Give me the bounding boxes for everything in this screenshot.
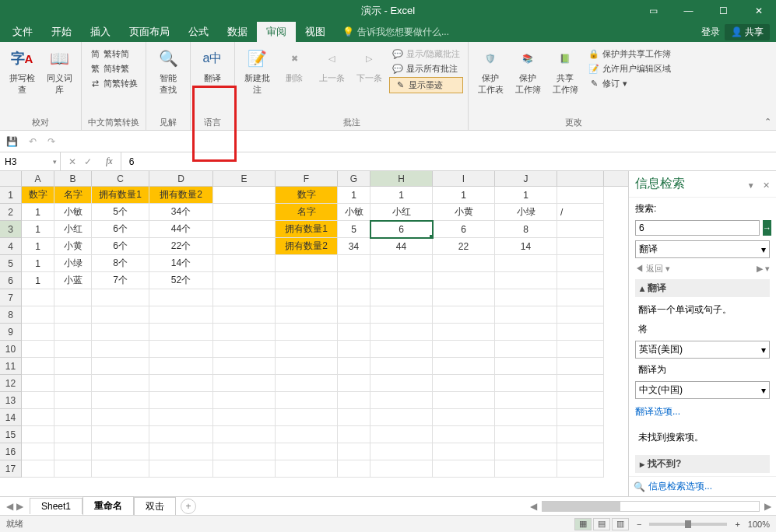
cell-I9[interactable] bbox=[433, 324, 495, 341]
translate-button[interactable]: a中 翻译 bbox=[195, 44, 230, 86]
cell-E12[interactable] bbox=[213, 375, 276, 392]
cell-C15[interactable] bbox=[92, 426, 149, 443]
delete-comment-button[interactable]: ✖ 删除 bbox=[277, 44, 311, 86]
cell-E7[interactable] bbox=[213, 289, 276, 306]
zoom-in-icon[interactable]: + bbox=[735, 520, 739, 529]
cell-H4[interactable]: 44 bbox=[370, 238, 433, 255]
menu-home[interactable]: 开始 bbox=[42, 22, 81, 42]
cell-G11[interactable] bbox=[338, 358, 370, 375]
cell-J6[interactable] bbox=[495, 272, 557, 289]
cell-J10[interactable] bbox=[495, 341, 557, 358]
cell-F2[interactable]: 名字 bbox=[276, 204, 338, 221]
cell-F14[interactable] bbox=[276, 409, 338, 426]
cell-A16[interactable] bbox=[22, 443, 54, 460]
track-changes-button[interactable]: ✎修订 ▾ bbox=[585, 77, 674, 90]
row-header-3[interactable]: 3 bbox=[0, 221, 22, 238]
cell-extra-4[interactable] bbox=[557, 238, 604, 255]
cell-C17[interactable] bbox=[92, 460, 149, 478]
cell-G13[interactable] bbox=[338, 392, 370, 409]
cell-G10[interactable] bbox=[338, 341, 370, 358]
cell-A10[interactable] bbox=[22, 341, 54, 358]
cell-D16[interactable] bbox=[149, 443, 213, 460]
sheet-tab-sheet1[interactable]: Sheet1 bbox=[30, 498, 83, 514]
cell-H10[interactable] bbox=[370, 341, 433, 358]
cell-A8[interactable] bbox=[22, 306, 54, 324]
cell-C8[interactable] bbox=[92, 306, 149, 324]
translate-section-header[interactable]: ▴ 翻译 bbox=[635, 279, 770, 297]
row-header-10[interactable]: 10 bbox=[0, 341, 22, 358]
cell-extra-17[interactable] bbox=[557, 460, 604, 478]
zoom-level[interactable]: 100% bbox=[748, 520, 770, 529]
cell-G16[interactable] bbox=[338, 443, 370, 460]
cell-I2[interactable]: 小黄 bbox=[433, 204, 495, 221]
cell-I5[interactable] bbox=[433, 255, 495, 272]
row-header-11[interactable]: 11 bbox=[0, 358, 22, 375]
cell-G7[interactable] bbox=[338, 289, 370, 306]
zoom-out-icon[interactable]: − bbox=[637, 520, 641, 529]
from-lang-select[interactable]: 英语(美国)▾ bbox=[635, 341, 770, 359]
cell-D10[interactable] bbox=[149, 341, 213, 358]
redo-icon[interactable]: ↷ bbox=[47, 136, 55, 147]
cell-H13[interactable] bbox=[370, 392, 433, 409]
cell-D6[interactable]: 52个 bbox=[149, 272, 213, 289]
row-header-15[interactable]: 15 bbox=[0, 426, 22, 443]
cell-C11[interactable] bbox=[92, 358, 149, 375]
cell-I16[interactable] bbox=[433, 443, 495, 460]
cell-A2[interactable]: 1 bbox=[22, 204, 54, 221]
cell-J17[interactable] bbox=[495, 460, 557, 478]
cell-I6[interactable] bbox=[433, 272, 495, 289]
close-icon[interactable]: ✕ bbox=[741, 0, 776, 22]
to-lang-select[interactable]: 中文(中国)▾ bbox=[635, 381, 770, 399]
row-header-16[interactable]: 16 bbox=[0, 443, 22, 460]
cell-D17[interactable] bbox=[149, 460, 213, 478]
cell-extra-16[interactable] bbox=[557, 443, 604, 460]
cell-J11[interactable] bbox=[495, 358, 557, 375]
row-header-17[interactable]: 17 bbox=[0, 460, 22, 478]
tell-me-box[interactable]: 💡 告诉我您想要做什么... bbox=[342, 26, 449, 39]
cell-extra-13[interactable] bbox=[557, 392, 604, 409]
cell-I17[interactable] bbox=[433, 460, 495, 478]
cell-D4[interactable]: 22个 bbox=[149, 238, 213, 255]
cell-C3[interactable]: 6个 bbox=[92, 221, 149, 238]
cell-E1[interactable] bbox=[213, 187, 276, 204]
cell-H14[interactable] bbox=[370, 409, 433, 426]
cell-J1[interactable]: 1 bbox=[495, 187, 557, 204]
cell-C16[interactable] bbox=[92, 443, 149, 460]
cell-extra-8[interactable] bbox=[557, 306, 604, 324]
cell-G2[interactable]: 小敏 bbox=[338, 204, 370, 221]
show-all-comments-button[interactable]: 💬显示所有批注 bbox=[389, 62, 463, 75]
cell-C2[interactable]: 5个 bbox=[92, 204, 149, 221]
cell-G8[interactable] bbox=[338, 306, 370, 324]
cell-G17[interactable] bbox=[338, 460, 370, 478]
show-ink-button[interactable]: ✎显示墨迹 bbox=[389, 77, 463, 93]
cell-A17[interactable] bbox=[22, 460, 54, 478]
cell-F1[interactable]: 数字 bbox=[276, 187, 338, 204]
cell-H6[interactable] bbox=[370, 272, 433, 289]
cell-D8[interactable] bbox=[149, 306, 213, 324]
cell-B10[interactable] bbox=[54, 341, 92, 358]
cell-J15[interactable] bbox=[495, 426, 557, 443]
cell-D12[interactable] bbox=[149, 375, 213, 392]
row-header-2[interactable]: 2 bbox=[0, 204, 22, 221]
cell-H5[interactable] bbox=[370, 255, 433, 272]
col-header-D[interactable]: D bbox=[149, 171, 213, 186]
cell-extra-5[interactable] bbox=[557, 255, 604, 272]
col-header-F[interactable]: F bbox=[276, 171, 338, 186]
name-box[interactable]: H3 bbox=[0, 152, 61, 170]
cell-F6[interactable] bbox=[276, 272, 338, 289]
menu-layout[interactable]: 页面布局 bbox=[120, 22, 179, 42]
cell-C4[interactable]: 6个 bbox=[92, 238, 149, 255]
cell-D3[interactable]: 44个 bbox=[149, 221, 213, 238]
menu-view[interactable]: 视图 bbox=[296, 22, 335, 42]
cell-extra-12[interactable] bbox=[557, 375, 604, 392]
cell-B7[interactable] bbox=[54, 289, 92, 306]
research-search-input[interactable] bbox=[635, 220, 760, 236]
cell-extra-6[interactable] bbox=[557, 272, 604, 289]
cell-B9[interactable] bbox=[54, 324, 92, 341]
cell-extra-15[interactable] bbox=[557, 426, 604, 443]
cell-H17[interactable] bbox=[370, 460, 433, 478]
cell-J14[interactable] bbox=[495, 409, 557, 426]
cell-B5[interactable]: 小绿 bbox=[54, 255, 92, 272]
maximize-icon[interactable]: ☐ bbox=[706, 0, 741, 22]
cell-D1[interactable]: 拥有数量2 bbox=[149, 187, 213, 204]
